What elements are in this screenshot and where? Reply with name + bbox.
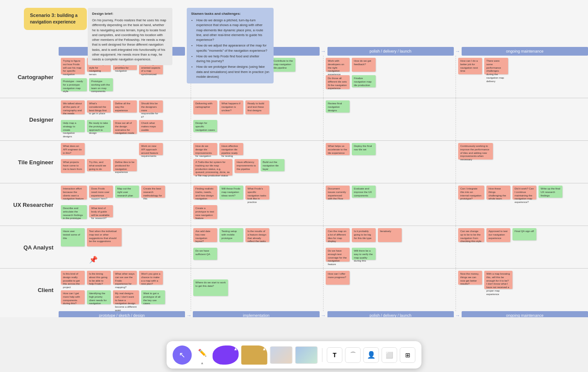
row-label-qa-analyst: QA Analyst [0, 244, 59, 250]
sticky-note: Have efficiency improvements to the pipe… [235, 159, 258, 173]
sticky-note: How can I do a better job for navigation… [458, 58, 482, 74]
sticky-note: Create the best research methodology for… [141, 186, 165, 198]
sticky-note: Can we change up to be to be the navigat… [458, 228, 484, 242]
sticky-note: Evaluate and improve the UX components [352, 186, 376, 198]
text-tool-button[interactable]: T [327, 347, 343, 363]
phase-col-tile-2: How do we design tile improvements for n… [191, 141, 324, 183]
blob-arrow: ▲ [234, 346, 238, 351]
sticky-note: What Frodo's specific navigation tasks l… [245, 186, 269, 199]
sticky-note: Review final navigation designs [326, 100, 350, 113]
phase-col-qa-4: Can we change up to be to be the navigat… [456, 226, 588, 268]
sticky-note: Finding realistic tracks, needs, and how… [193, 186, 217, 199]
stamen-tasks-list: How do we design a pitched, turn-by-turn… [191, 18, 269, 79]
design-brief-content: On his journey, Frodo realizes that he u… [92, 18, 168, 62]
phase-col-designer-3: Review final navigation designs [324, 98, 456, 140]
phase-header-4: ongoing maintenance [462, 47, 588, 56]
design-brief-title: Design brief: [92, 11, 168, 17]
sticky-note: Describe and articulate the research fin… [61, 205, 87, 219]
toolbar: ↖ ✏️ ▲ ▲ ▲ T ⌒ 👤 ⬜ ⊞ [167, 341, 422, 369]
phase-col-tile-4: Continuously working to improve the perf… [456, 141, 588, 183]
stamen-tasks-title: Stamen tasks and challenges: [191, 11, 269, 17]
sticky-note: How do we design tile improvements for n… [193, 143, 217, 155]
frame-tool-button[interactable]: ⬜ [382, 347, 397, 363]
sticky-note: Final QA sign-off [512, 228, 536, 240]
task-item: How do we help Frodo find food and shelt… [196, 54, 269, 64]
sticky-note: Identifying the high priority client nee… [87, 290, 111, 304]
sticky-note: Define tiles to be produced for navigati… [113, 159, 137, 171]
sticky-note: Do we have enough test coverage for the … [326, 248, 350, 262]
sticky-note: Did it work? Can I continue maintaining … [512, 186, 536, 199]
row-content-ux-researcher: Interaction effort because the clients w… [59, 183, 588, 226]
sticky-note: Is it probably going to be big for this … [352, 228, 376, 242]
sticky-note: Is the timing about this going to be abl… [87, 271, 111, 285]
sticky-note: Is this kind of design really possible t… [61, 271, 85, 285]
person-tool-button[interactable]: 👤 [363, 347, 379, 363]
phase-header-bottom-2: implementation [193, 311, 319, 317]
row-label-ux-researcher: UX Researcher [0, 201, 59, 208]
sticky-note: Contribute to the map navigation tile pi… [271, 58, 295, 72]
phase-col-client-3: How can I offer more progress? [324, 269, 456, 311]
sticky-note: What other ways can we use the Frodo exp… [113, 271, 137, 285]
thumb-map-1[interactable] [270, 346, 293, 364]
path-icon: ⌒ [350, 351, 356, 359]
table-tool-button[interactable]: ⊞ [400, 347, 416, 363]
sticky-note: Will there be a way to verify the map qu… [352, 248, 376, 260]
sticky-note: Have user tested some of this [61, 228, 85, 246]
row-designer: Designer We talked about all the parts o… [0, 98, 588, 141]
phase-col-client-1: Is this kind of design really possible t… [59, 269, 191, 311]
sticky-note: Be ready to take the prototype approach … [87, 120, 111, 132]
phase-col-client-2: Where do we start to work to get this da… [191, 269, 324, 311]
sticky-note: Are add date has new navigation layout? [193, 228, 217, 242]
sticky-note: Will these Frodo map navigation ideas wo… [219, 186, 243, 199]
pen-icon: ✏️ [198, 349, 207, 357]
tan-arrow: ▲ [262, 346, 267, 351]
cursor-icon: ↖ [179, 350, 185, 360]
sticky-note: Can I integrate this into an internal na… [458, 186, 484, 199]
phase-header-bottom-1: prototype / sketch / design [59, 311, 185, 317]
phase-header-3: polish / delivery / launch [327, 47, 454, 56]
frame-icon: ⬜ [386, 352, 393, 359]
sticky-note: Can the map on a lot of different tiles … [326, 228, 350, 242]
path-tool-button[interactable]: ⌒ [345, 347, 361, 363]
phase-col-client-4: Now the money, things we can now get bet… [456, 269, 588, 311]
phase-col-cartographer-3: Work with developers on the right naviga… [324, 56, 456, 98]
sticky-note: Check what makes maps usable [139, 120, 163, 132]
sticky-note: Design for specific navigation cases [193, 120, 217, 132]
row-content-designer: We talked about all the parts of cartogr… [59, 98, 588, 140]
phase-col-cartographer-4: How can I do a better job for navigation… [456, 56, 588, 98]
text-icon: T [333, 352, 337, 359]
phase-col-ux-2: Finding realistic tracks, needs, and how… [191, 183, 324, 226]
sticky-note: Where do we start to work to get this da… [193, 279, 228, 296]
phase-col-designer-2: Delivering with cartographer What happen… [191, 98, 324, 140]
sticky-note: Prototype working with the team on map c… [89, 78, 113, 91]
thumb-map-2[interactable] [295, 346, 318, 364]
row-label-designer: Designer [0, 116, 59, 123]
row-label-cartographer: Cartographer [0, 73, 59, 80]
cursor-tool-button[interactable]: ↖ [173, 345, 192, 365]
rows-area: Cartographer Trying to figure out how Fr… [0, 56, 588, 270]
sticky-note: Interaction effort because the clients w… [61, 186, 87, 199]
person-icon: 👤 [367, 351, 376, 359]
scenario-title: Scenario 3: building a navigation experi… [30, 12, 81, 26]
sticky-note: Have effective navigation tile pipeline … [219, 143, 243, 155]
stamen-tasks-box: Stamen tasks and challenges: How do we d… [187, 8, 274, 83]
sticky-note: There were some performance challenges d… [484, 58, 508, 74]
sticky-note: Trying to figure out how Frodo will use … [61, 58, 85, 74]
shape-blob: ▲ [213, 345, 239, 365]
table-icon: ⊞ [405, 352, 410, 359]
phase-col-tile-1: What does an API engineer do in this? Wh… [59, 141, 191, 183]
sticky-note: Finalize navigation map tile production [352, 75, 376, 87]
sticky-note: What projects have come to me to learn f… [61, 159, 85, 173]
row-ux-researcher: UX Researcher Interaction effort because… [0, 183, 588, 226]
row-content-client: Is this kind of design really possible t… [59, 269, 588, 311]
sticky-note: Ready to build and test these first desi… [245, 100, 269, 114]
phase-col-qa-2: Are add date has new navigation layout? … [191, 226, 324, 268]
sticky-note: Do we have sufficient QA [193, 248, 217, 260]
sticky-note: How can I get more help with components … [61, 290, 85, 304]
phase-col-ux-4: Can I integrate this into an internal na… [456, 183, 588, 226]
sticky-note: What happens if navigation is unclear? [219, 100, 243, 114]
phase-col-ux-1: Interaction effort because the clients w… [59, 183, 191, 226]
sticky-note: Won't you give a chance to make a a map … [139, 271, 163, 285]
pen-tool-button[interactable]: ✏️ [195, 345, 210, 360]
sticky-note: My real designs can; I don't want to hav… [113, 290, 139, 304]
